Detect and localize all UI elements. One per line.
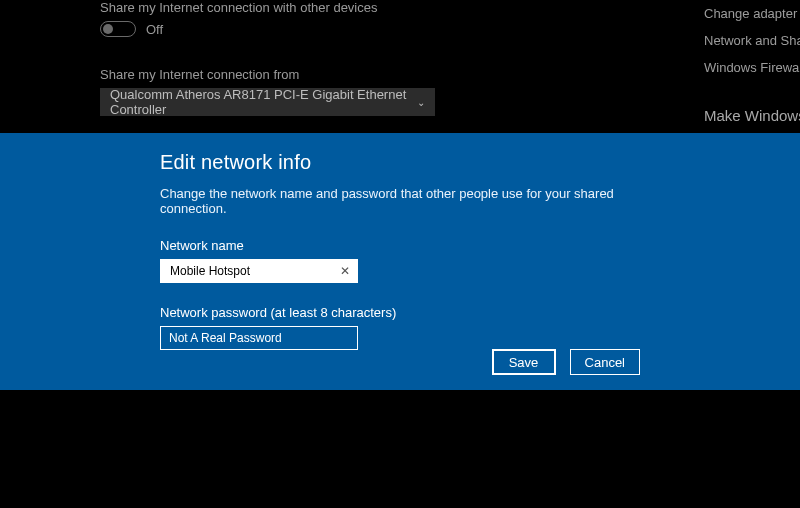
network-password-input[interactable] xyxy=(160,326,358,350)
adapter-dropdown[interactable]: Qualcomm Atheros AR8171 PCI-E Gigabit Et… xyxy=(100,88,435,116)
clear-icon[interactable]: ✕ xyxy=(336,259,354,283)
share-toggle-row: Off xyxy=(100,21,540,37)
network-name-input[interactable] xyxy=(160,259,358,283)
network-name-label: Network name xyxy=(160,238,640,253)
link-firewall[interactable]: Windows Firewall xyxy=(704,60,800,75)
cancel-button[interactable]: Cancel xyxy=(570,349,640,375)
link-network-sharing[interactable]: Network and Sharing Center xyxy=(704,33,800,48)
adapter-selected: Qualcomm Atheros AR8171 PCI-E Gigabit Et… xyxy=(110,87,417,117)
chevron-down-icon: ⌄ xyxy=(417,97,425,108)
dialog-title: Edit network info xyxy=(160,151,640,174)
save-button[interactable]: Save xyxy=(492,349,556,375)
dialog-buttons: Save Cancel xyxy=(492,349,640,375)
settings-right-links: Change adapter options Network and Shari… xyxy=(700,0,800,124)
network-password-input-wrap xyxy=(160,326,358,350)
share-from-label: Share my Internet connection from xyxy=(100,67,540,82)
link-change-adapter[interactable]: Change adapter options xyxy=(704,6,800,21)
edit-network-dialog: Edit network info Change the network nam… xyxy=(0,133,800,390)
settings-main: Share my Internet connection with other … xyxy=(100,0,540,147)
network-password-label: Network password (at least 8 characters) xyxy=(160,305,640,320)
network-name-input-wrap: ✕ xyxy=(160,259,358,283)
share-devices-label: Share my Internet connection with other … xyxy=(100,0,540,15)
share-toggle[interactable] xyxy=(100,21,136,37)
dialog-description: Change the network name and password tha… xyxy=(160,186,640,216)
link-make-windows: Make Windows better xyxy=(704,107,800,124)
share-toggle-state: Off xyxy=(146,22,163,37)
